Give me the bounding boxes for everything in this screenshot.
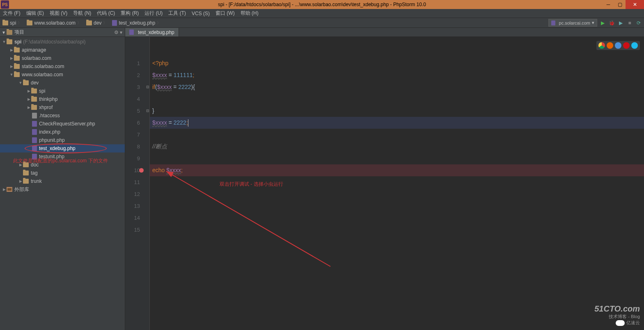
tree-file-test-xdebug[interactable]: test_xdebug.php	[0, 144, 125, 152]
breadcrumb-dev[interactable]: dev	[84, 20, 110, 26]
menu-view[interactable]: 视图 (V)	[47, 10, 70, 17]
line-number[interactable]: 6	[125, 117, 140, 129]
code-line[interactable]: //断点	[150, 141, 644, 152]
tree-root[interactable]: spi (F:\data\htdocs\solarbao\spi)	[0, 38, 125, 46]
code-line-breakpoint[interactable]: echo $xxxx;	[150, 164, 644, 176]
menu-window[interactable]: 窗口 (W)	[213, 10, 238, 17]
line-number[interactable]: 3	[125, 81, 140, 93]
line-number[interactable]: 8	[125, 141, 140, 152]
expand-icon[interactable]	[9, 56, 14, 60]
tree-folder-spi[interactable]: spi	[0, 87, 125, 95]
expand-icon[interactable]	[9, 48, 14, 52]
maximize-button[interactable]: ▢	[614, 0, 626, 9]
expand-icon[interactable]	[2, 187, 7, 191]
expand-icon[interactable]	[26, 105, 31, 109]
menu-edit[interactable]: 编辑 (E)	[23, 10, 47, 17]
run-button[interactable]: ▶	[599, 19, 606, 27]
line-number[interactable]: 2	[125, 69, 140, 81]
close-button[interactable]: ✕	[626, 0, 644, 9]
tree-folder-solarbao[interactable]: solarbao.com	[0, 54, 125, 62]
menu-code[interactable]: 代码 (C)	[94, 10, 118, 17]
tree-folder-tag[interactable]: tag	[0, 169, 125, 177]
chrome-icon[interactable]	[598, 42, 605, 49]
expand-icon[interactable]	[9, 64, 14, 68]
code-line[interactable]: }	[150, 105, 644, 117]
menu-run[interactable]: 运行 (U)	[142, 10, 165, 17]
code-line[interactable]: $xxxx = 111111;	[150, 69, 644, 81]
line-number[interactable]: 12	[125, 188, 140, 200]
tree-folder-apimanage[interactable]: apimanage	[0, 46, 125, 54]
tab-test-xdebug[interactable]: test_xdebug.php	[125, 28, 179, 36]
breadcrumb-www[interactable]: www.solarbao.com	[24, 20, 84, 26]
line-number[interactable]: 15	[125, 224, 140, 236]
line-number[interactable]: 1	[125, 57, 140, 69]
annotation-text-2: 双击打开调试 - 选择小虫运行	[220, 181, 283, 188]
line-number[interactable]: 5	[125, 105, 140, 117]
run-config-selector[interactable]: pc.solarcai.com ▾	[548, 19, 597, 27]
code-line[interactable]	[150, 224, 644, 236]
project-panel-header[interactable]: ▾ 项目 ⚙ ▾	[0, 28, 125, 37]
expand-icon[interactable]	[26, 89, 31, 93]
code-line[interactable]	[150, 212, 644, 224]
code-line[interactable]: <?php	[150, 57, 644, 69]
tree-folder-thinkphp[interactable]: thinkphp	[0, 95, 125, 103]
project-tree: spi (F:\data\htdocs\solarbao\spi) apiman…	[0, 37, 125, 330]
code-line[interactable]	[150, 93, 644, 105]
line-number[interactable]: 14	[125, 212, 140, 224]
fold-icon[interactable]: ⊟	[146, 81, 149, 93]
fold-icon[interactable]: ⊟	[146, 105, 149, 117]
code-line[interactable]	[150, 129, 644, 141]
expand-icon[interactable]	[18, 81, 23, 85]
line-number[interactable]: 4	[125, 93, 140, 105]
ie-icon[interactable]	[631, 42, 638, 49]
tree-file-index[interactable]: index.php	[0, 128, 125, 136]
opera-icon[interactable]	[623, 42, 630, 49]
code-line[interactable]: if($xxxx = 2222){	[150, 81, 644, 93]
stop-button[interactable]: ■	[626, 19, 633, 27]
line-number[interactable]: 9	[125, 152, 140, 164]
tree-external-libs[interactable]: 外部库	[0, 185, 125, 193]
tree-folder-xhprof[interactable]: xhprof	[0, 103, 125, 112]
folder-icon	[23, 171, 29, 175]
folder-icon	[7, 39, 12, 44]
gear-icon[interactable]: ⚙ ▾	[114, 30, 122, 35]
run-with-coverage-button[interactable]: ▶	[617, 19, 624, 27]
safari-icon[interactable]	[615, 42, 621, 49]
line-number[interactable]: 7	[125, 129, 140, 141]
code-line[interactable]: $xxxx = 2222;	[150, 117, 644, 129]
menu-file[interactable]: 文件 (F)	[0, 10, 23, 17]
breadcrumb-file[interactable]: test_xdebug.php	[110, 20, 163, 26]
tree-file-checkrequest[interactable]: CheckRequestServer.php	[0, 120, 125, 128]
menu-help[interactable]: 帮助 (H)	[238, 10, 261, 17]
tree-file-phpunit[interactable]: phpunit.php	[0, 136, 125, 144]
expand-icon[interactable]	[9, 73, 14, 77]
tree-folder-static[interactable]: static.solarbao.com	[0, 62, 125, 71]
line-number[interactable]: 13	[125, 200, 140, 212]
code-line[interactable]	[150, 188, 644, 200]
menu-refactor[interactable]: 重构 (R)	[118, 10, 142, 17]
firefox-icon[interactable]	[607, 42, 613, 49]
breakpoint-marker[interactable]	[139, 168, 144, 173]
gutter[interactable]: 1 2 3 4 5 6 7 8 9 10 11 12 13 14 15	[125, 37, 146, 330]
tree-file-htaccess[interactable]: .htaccess	[0, 112, 125, 120]
code-line[interactable]	[150, 200, 644, 212]
tree-folder-www[interactable]: www.solarbao.com	[0, 71, 125, 79]
code-line[interactable]	[150, 152, 644, 164]
update-button[interactable]: ⟳	[635, 19, 642, 27]
line-number[interactable]: 10	[125, 164, 140, 176]
menu-tools[interactable]: 工具 (T)	[165, 10, 189, 17]
expand-icon[interactable]	[2, 40, 7, 44]
minimize-button[interactable]: ─	[603, 0, 614, 9]
php-file-icon	[32, 146, 37, 151]
code-editor[interactable]: <?php $xxxx = 111111; if($xxxx = 2222){ …	[150, 37, 644, 330]
chevron-down-icon[interactable]: ▾	[2, 30, 5, 35]
tree-folder-dev[interactable]: dev	[0, 79, 125, 87]
debug-button[interactable]: 🐞	[608, 19, 615, 27]
tree-folder-trunk[interactable]: trunk	[0, 177, 125, 185]
breadcrumb-spi[interactable]: spi	[0, 20, 24, 26]
expand-icon[interactable]	[26, 97, 31, 101]
line-number[interactable]: 11	[125, 176, 140, 188]
menu-vcs[interactable]: VCS (S)	[189, 11, 213, 16]
menu-navigate[interactable]: 导航 (N)	[70, 10, 94, 17]
expand-icon[interactable]	[18, 179, 23, 183]
